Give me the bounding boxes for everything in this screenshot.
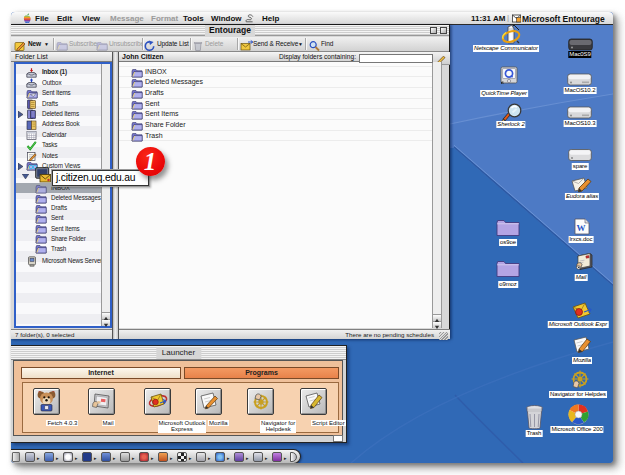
svg-text:W: W [577, 223, 586, 233]
